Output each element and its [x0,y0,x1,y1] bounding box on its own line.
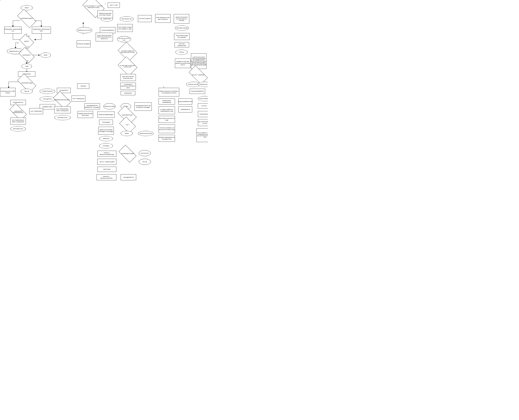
on-forge-press-node: onForgePress [40,97,55,102]
messages-ref-off-node: messagesRef.off [121,174,136,180]
fetching-prev-node: Ntihing of previous Chat Data & on sendD… [159,88,179,97]
row1-row2-node: row1 != row2 [108,3,120,8]
value-caught-node: if a value is caught from child friends … [120,46,135,58]
loading-false-auth-false-node: loading false, authenticated false [32,27,51,34]
for-each-snap-node: for each snap is email same to that of u… [120,60,135,72]
sign-up-node: Sign up [21,89,33,94]
app-js-node: App.js [21,5,33,10]
unmount-node: Unmount -> Backend.closeChat [97,174,116,180]
push-name-node: push name,uid and email into items [120,74,136,81]
boiler-node: Boiler [40,52,51,58]
this-state-error-2-node: (this.state.error) [10,126,26,131]
error-loading-false-1-node: error'' loading false [71,96,85,102]
create-user-node: createUserWith EmailAndPassword [10,108,26,116]
append-prev-node: append previousData messages to messages [98,127,114,135]
push-created-at-node: Push the createdAt, uid and user id to i… [159,125,175,133]
email-uid-name-node: email,uid,name to child 'friends' [0,88,15,97]
text-and-user-node: text and user [139,150,151,156]
my-friends-text-node: 'My Friends' text [120,16,134,22]
messages-ref-limit-node: messagesRef limit to last 20 previous me… [134,103,152,111]
chat-ref-data-off-node: chatRefData.off [178,106,192,112]
set-state-node: setState loading false and messages item… [159,135,175,142]
authenticated-q-node: authenticated ? [20,51,34,60]
backend-load-messages-node: Backend.loadMessages [97,112,115,118]
loading-false-auth-true-node: loading false, authenticated true [4,27,22,34]
take-child-node: take child as each item of snap [159,116,175,123]
label-user: (user) [26,35,30,37]
get-current-date-node: get current Date time as now [198,119,208,126]
text-view-rowdata-node: Text view rowData.name [174,42,189,47]
messages-ref-node: messagesRef from database for 'messages' [85,103,100,109]
navigate-glow-chat-node: navigate GlowChat with input name [77,111,93,118]
component-did-mount-2-node: ComponentDidMount [190,89,205,94]
label-y-auth: Y [33,54,34,56]
text-input-node: TextInput [77,83,89,89]
on-receive-node: OnReceive (date) [103,103,116,109]
messages-2-node: messages [99,143,113,149]
label-y-row: Y [105,3,106,5]
component-did-mount-1-node: ComponentDidMount [100,27,116,33]
listen-for-items-node [0,0,0,0]
svg-marker-21 [39,54,40,56]
svg-marker-34 [83,22,84,23]
on-send-node: onSend -> Backend.sendMessage [97,151,116,157]
label-n-3: N [27,60,28,61]
on-press-1item-node: 1) put this user to point to current use… [191,53,207,69]
forget-password-node: Forget Password [40,89,55,94]
error-loading-false-2-node: error'' loading false [29,108,43,114]
chat-uid-user-node: chat(uid-user-uid) [198,82,208,87]
label-n-1: N [34,20,36,21]
navigate-to-chat-node: navigate to Chat with params uid,name,em… [175,59,190,68]
y-messages-node: Y(messages) [99,120,113,125]
gifted-chat-node: render GiftedChat [198,96,208,101]
on-auth-state-changed-1-node: onAuthStateChanged? [18,14,35,23]
on-register-press-node: onRegisterPress [10,100,26,105]
send-message-length-node: sendMessage to length [120,149,135,158]
error-auth-failed-1-node: error:'Authentication failed', loading f… [54,106,71,113]
flowchart-canvas: App.js onAuthStateChanged? loading false… [0,0,208,345]
label-y-loading: Y [17,43,18,44]
error-auth-failed-2-node: error:'Authentication failed', loading f… [10,118,26,125]
gifted-chat-2-node: GiftedChat [99,136,113,141]
put-in-header-node: Put in Header to logout and navigate to … [117,24,133,32]
friend-list-nav-node: FriendList navigation [77,40,91,47]
clone-rows-node: cloneRowsof dataSource with that of item… [120,83,136,90]
set-uid-node: setUid [121,131,133,136]
for-each-message-node: forEachMessage [198,111,208,117]
loading-false-main-node: loading false [121,91,135,95]
fetch-default-image-node: Fetch default Image from gravatar [174,33,190,40]
on-auth-state-changed-2-node: onAuthStateChanged [18,78,35,88]
loading-true-node: loading true get data from child 'Friend… [97,10,113,18]
on-press-node: onPress [176,50,187,55]
datasource-list-view-node: dataSource List View [77,27,92,33]
capture-pressed-node: capture the pressed account value as row… [174,14,189,24]
sign-with-email-node: signWithEmailAndPassword [54,95,70,105]
this-state-error-1-node: (this.state.error) [54,115,71,120]
label-y-1: Y [17,20,18,21]
this-uid-node: this.uid [139,159,151,165]
server-call-node: server call to get values inside friends… [96,33,113,41]
push-to-chat-node: Push to chatRef id = now text = message … [196,128,208,142]
touchable-opacity-node: Touchable Opacity [175,25,189,31]
on-value-caught-node: on Value caught from chatRefData as snap [159,106,175,114]
fetch-datasource-node: Fetch dataSource and goto renderRow [155,14,171,23]
loading-q-node: loading ? [21,37,33,46]
list-view-spinner-node: List View & Spinner [138,15,152,22]
sign-in-anon-node: signInAnonymously [138,131,153,136]
set-user-node: set user as current user [117,36,131,42]
listen-for-items-2-node: listenForItems (chatRefData) [159,98,175,105]
loading-false-login-node: loading false [18,71,35,77]
svg-marker-13 [34,39,36,40]
on-send-2-node: on-Send [198,103,208,108]
label-n-2: N [28,46,29,47]
user-uid-ufriends-node: user.uid == uid(friends) [190,70,207,80]
user-q-node: user ? [121,120,134,130]
name-props-node: name props [97,167,116,172]
login-node: Login [22,64,32,69]
component-will-unmount-node: componentWillUnmount [178,98,192,105]
user-id-node: user id -> Backend.getId [97,159,116,165]
